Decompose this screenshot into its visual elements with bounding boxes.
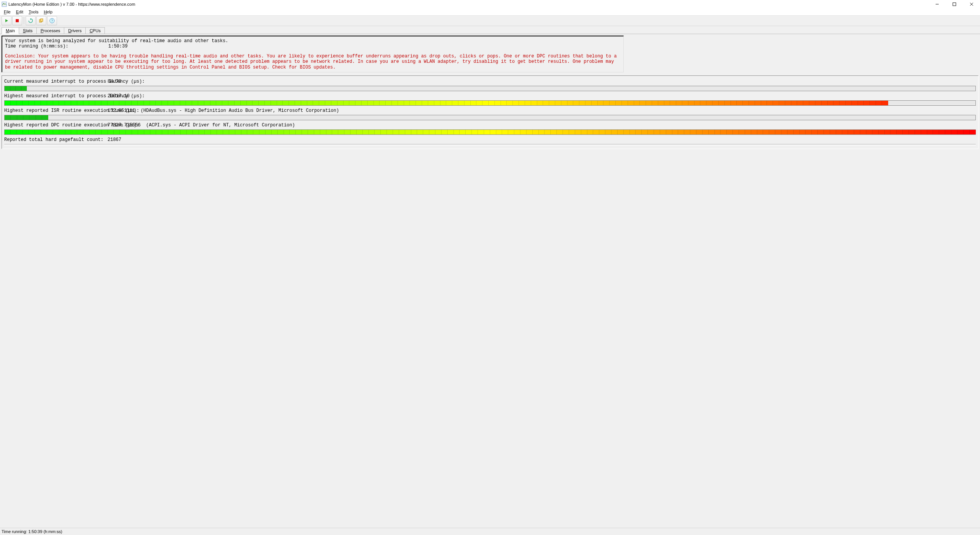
svg-rect-9 [41, 19, 43, 21]
conclusion-text: Conclusion: Your system appears to be ha… [5, 54, 621, 70]
tab-cpus[interactable]: CPUs [85, 27, 105, 34]
tab-stats[interactable]: Stats [19, 27, 37, 34]
metric-label: Reported total hard pagefault count: [4, 137, 108, 142]
toolbar: ? [0, 15, 980, 26]
time-running-label: Time running (h:mm:ss): [5, 44, 108, 49]
stop-button[interactable] [12, 16, 22, 25]
status-text: Time running: 1:50:39 (h:mm:ss) [2, 529, 62, 534]
menu-bar: File Edit Tools Help [0, 8, 980, 15]
metric-value: 20017.10 [108, 93, 130, 99]
menu-help[interactable]: Help [41, 9, 55, 15]
metric-label: Highest reported DPC routine execution t… [4, 123, 108, 128]
play-button[interactable] [2, 16, 11, 25]
tab-main[interactable]: Main [2, 27, 19, 34]
metric-value: 152.851111 (HDAudBus.sys - High Definiti… [108, 108, 339, 113]
metric-label: Current measured interrupt to process la… [4, 79, 108, 84]
tab-bar: Main Stats Processes Drivers CPUs [0, 26, 980, 34]
content-area: Your system is being analyzed for suitab… [0, 34, 980, 528]
metric-bar [4, 115, 976, 120]
metric-bar [4, 100, 976, 106]
window-titlebar: LatencyMon (Home Edition ) v 7.00 - http… [0, 0, 980, 8]
app-icon [2, 2, 7, 7]
metric-label: Highest measured interrupt to process la… [4, 93, 108, 99]
help-button[interactable]: ? [47, 16, 57, 25]
tab-processes[interactable]: Processes [36, 27, 64, 34]
metrics-panel: Current measured interrupt to process la… [2, 75, 978, 149]
svg-rect-6 [16, 19, 19, 22]
menu-file[interactable]: File [2, 9, 13, 15]
status-bar: Time running: 1:50:39 (h:mm:ss) [0, 528, 980, 535]
minimize-button[interactable] [928, 0, 946, 8]
svg-marker-5 [5, 19, 8, 22]
metric-value: 77827.735556 (ACPI.sys - ACPI Driver for… [108, 123, 295, 128]
close-button[interactable] [963, 0, 980, 8]
copy-button[interactable] [36, 16, 46, 25]
window-title: LatencyMon (Home Edition ) v 7.00 - http… [8, 2, 928, 7]
metric-value: 84.70 [108, 79, 121, 84]
refresh-button[interactable] [26, 16, 36, 25]
analysis-message: Your system is being analyzed for suitab… [5, 38, 621, 44]
toolbar-separator [24, 17, 24, 25]
metric-value: 21867 [108, 137, 121, 142]
metric-label: Highest reported ISR routine execution t… [4, 108, 108, 113]
tab-drivers[interactable]: Drivers [64, 27, 86, 34]
metric-bar-empty [4, 144, 976, 146]
svg-rect-2 [953, 3, 956, 6]
metric-bar [4, 86, 976, 91]
menu-edit[interactable]: Edit [14, 9, 26, 15]
svg-text:?: ? [51, 19, 53, 23]
metric-bar [4, 129, 976, 135]
time-running-value: 1:50:39 [108, 44, 127, 49]
menu-tools[interactable]: Tools [26, 9, 41, 15]
summary-panel: Your system is being analyzed for suitab… [2, 36, 624, 72]
maximize-button[interactable] [946, 0, 963, 8]
